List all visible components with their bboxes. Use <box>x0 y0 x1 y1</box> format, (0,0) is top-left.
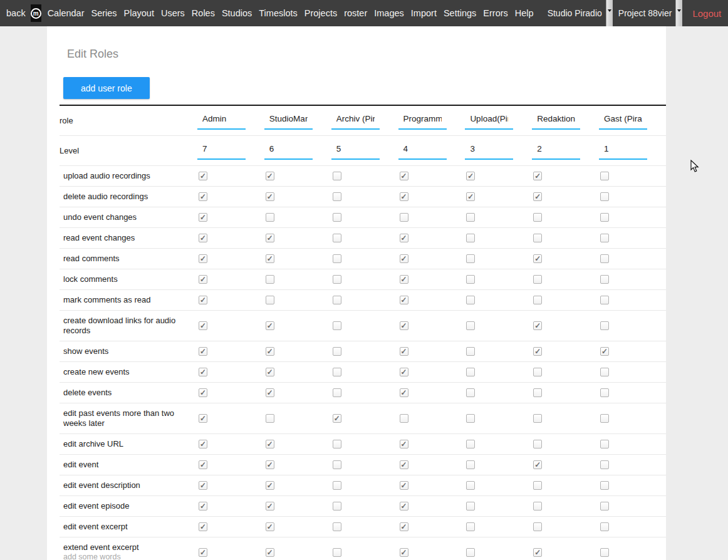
nav-item-images[interactable]: Images <box>374 8 404 18</box>
project-select[interactable]: Project 88vier <box>613 0 683 26</box>
permission-checkbox-show-events-col0[interactable]: ✓ <box>199 347 207 356</box>
permission-checkbox-edit-event-description-col0[interactable]: ✓ <box>199 481 207 490</box>
permission-checkbox-read-event-changes-col6[interactable] <box>600 234 609 242</box>
nav-item-import[interactable]: Import <box>411 8 437 18</box>
permission-checkbox-lock-comments-col6[interactable] <box>600 275 609 284</box>
role-name-input-1[interactable] <box>264 111 313 130</box>
permission-checkbox-extend-event-excerpt-col4[interactable] <box>466 548 475 557</box>
permission-checkbox-show-events-col1[interactable]: ✓ <box>266 347 274 356</box>
permission-checkbox-read-event-changes-col4[interactable] <box>466 234 475 242</box>
permission-checkbox-lock-comments-col0[interactable]: ✓ <box>199 275 207 284</box>
permission-checkbox-edit-event-episode-col2[interactable] <box>333 502 341 511</box>
nav-item-projects[interactable]: Projects <box>304 8 337 18</box>
permission-checkbox-edit-event-col3[interactable]: ✓ <box>400 460 408 469</box>
permission-checkbox-read-comments-col6[interactable] <box>600 254 609 263</box>
permission-checkbox-create-new-events-col6[interactable] <box>600 368 609 376</box>
nav-item-timeslots[interactable]: Timeslots <box>259 8 298 18</box>
permission-checkbox-extend-event-excerpt-col3[interactable]: ✓ <box>400 548 408 557</box>
permission-checkbox-mark-comments-as-read-col1[interactable] <box>266 296 274 304</box>
permission-checkbox-create-new-events-col3[interactable]: ✓ <box>400 368 408 376</box>
permission-checkbox-extend-event-excerpt-col2[interactable] <box>333 548 341 557</box>
permission-checkbox-create-download-links-for-audio-records-col0[interactable]: ✓ <box>199 321 207 330</box>
permission-checkbox-create-download-links-for-audio-records-col4[interactable] <box>466 321 475 330</box>
permission-checkbox-delete-events-col4[interactable] <box>466 388 475 397</box>
role-name-input-2[interactable] <box>331 111 380 130</box>
permission-checkbox-read-event-changes-col0[interactable]: ✓ <box>199 234 207 242</box>
permission-checkbox-delete-audio-recordings-col5[interactable]: ✓ <box>533 192 542 201</box>
permission-checkbox-edit-event-col4[interactable] <box>466 460 475 469</box>
permission-checkbox-read-event-changes-col3[interactable]: ✓ <box>400 234 408 242</box>
role-level-input-2[interactable] <box>331 142 380 160</box>
permission-checkbox-edit-event-col0[interactable]: ✓ <box>199 460 207 469</box>
permission-checkbox-edit-event-col6[interactable] <box>600 460 609 469</box>
permission-checkbox-create-download-links-for-audio-records-col3[interactable]: ✓ <box>400 321 408 330</box>
permission-checkbox-edit-past-events-more-than-two-weeks-later-col6[interactable] <box>600 414 609 423</box>
permission-checkbox-create-new-events-col0[interactable]: ✓ <box>199 368 207 376</box>
role-name-input-6[interactable] <box>599 111 647 130</box>
permission-checkbox-delete-audio-recordings-col3[interactable]: ✓ <box>400 192 408 201</box>
permission-checkbox-edit-event-col5[interactable]: ✓ <box>533 460 542 469</box>
permission-checkbox-undo-event-changes-col6[interactable] <box>600 213 609 222</box>
permission-checkbox-edit-event-episode-col4[interactable] <box>466 502 475 511</box>
permission-checkbox-delete-audio-recordings-col4[interactable]: ✓ <box>466 192 475 201</box>
role-level-input-5[interactable] <box>532 142 580 160</box>
permission-checkbox-delete-events-col6[interactable] <box>600 388 609 397</box>
logout-link[interactable]: Logout <box>692 8 721 19</box>
permission-checkbox-edit-event-excerpt-col3[interactable]: ✓ <box>400 522 408 531</box>
permission-checkbox-undo-event-changes-col2[interactable] <box>333 213 341 222</box>
role-name-input-0[interactable] <box>197 111 246 130</box>
permission-checkbox-delete-events-col5[interactable] <box>533 388 542 397</box>
permission-checkbox-read-comments-col1[interactable]: ✓ <box>266 254 274 263</box>
permission-checkbox-create-new-events-col1[interactable]: ✓ <box>266 368 274 376</box>
permission-checkbox-edit-past-events-more-than-two-weeks-later-col4[interactable] <box>466 414 475 423</box>
permission-checkbox-show-events-col6[interactable]: ✓ <box>600 347 609 356</box>
nav-item-studios[interactable]: Studios <box>222 8 252 18</box>
permission-checkbox-edit-event-episode-col5[interactable] <box>533 502 542 511</box>
permission-checkbox-read-event-changes-col2[interactable] <box>333 234 341 242</box>
permission-checkbox-show-events-col3[interactable]: ✓ <box>400 347 408 356</box>
permission-checkbox-extend-event-excerpt-col5[interactable]: ✓ <box>533 548 542 557</box>
permission-checkbox-edit-event-description-col4[interactable] <box>466 481 475 490</box>
permission-checkbox-read-comments-col4[interactable] <box>466 254 475 263</box>
permission-checkbox-edit-archive-url-col1[interactable]: ✓ <box>266 440 274 449</box>
permission-checkbox-edit-event-episode-col0[interactable]: ✓ <box>199 502 207 511</box>
permission-checkbox-edit-event-episode-col3[interactable]: ✓ <box>400 502 408 511</box>
permission-checkbox-create-new-events-col5[interactable] <box>533 368 542 376</box>
permission-checkbox-read-comments-col3[interactable]: ✓ <box>400 254 408 263</box>
permission-checkbox-delete-audio-recordings-col6[interactable] <box>600 192 609 201</box>
permission-checkbox-mark-comments-as-read-col4[interactable] <box>466 296 475 304</box>
nav-item-roster[interactable]: roster <box>344 8 367 18</box>
permission-checkbox-delete-audio-recordings-col0[interactable]: ✓ <box>199 192 207 201</box>
permission-checkbox-edit-event-excerpt-col6[interactable] <box>600 522 609 531</box>
nav-item-calendar[interactable]: Calendar <box>48 8 85 18</box>
permission-checkbox-edit-event-excerpt-col2[interactable] <box>333 522 341 531</box>
permission-checkbox-undo-event-changes-col0[interactable]: ✓ <box>199 213 207 222</box>
project-select-arrow[interactable] <box>675 0 682 26</box>
role-name-input-4[interactable] <box>465 111 513 130</box>
permission-checkbox-lock-comments-col3[interactable]: ✓ <box>400 275 408 284</box>
permission-checkbox-edit-archive-url-col2[interactable] <box>333 440 341 449</box>
permission-checkbox-lock-comments-col2[interactable] <box>333 275 341 284</box>
permission-checkbox-undo-event-changes-col3[interactable] <box>400 213 408 222</box>
permission-checkbox-edit-event-description-col3[interactable]: ✓ <box>400 481 408 490</box>
permission-checkbox-upload-audio-recordings-col1[interactable]: ✓ <box>266 172 274 180</box>
permission-checkbox-create-new-events-col4[interactable] <box>466 368 475 376</box>
permission-checkbox-edit-archive-url-col4[interactable] <box>466 440 475 449</box>
permission-checkbox-read-event-changes-col1[interactable]: ✓ <box>266 234 274 242</box>
permission-checkbox-lock-comments-col1[interactable] <box>266 275 274 284</box>
permission-checkbox-upload-audio-recordings-col4[interactable]: ✓ <box>466 172 475 180</box>
role-level-input-4[interactable] <box>465 142 513 160</box>
permission-checkbox-extend-event-excerpt-col1[interactable]: ✓ <box>266 548 274 557</box>
permission-checkbox-undo-event-changes-col1[interactable] <box>266 213 274 222</box>
permission-checkbox-upload-audio-recordings-col0[interactable]: ✓ <box>199 172 207 180</box>
permission-checkbox-upload-audio-recordings-col2[interactable] <box>333 172 341 180</box>
permission-checkbox-edit-event-excerpt-col1[interactable]: ✓ <box>266 522 274 531</box>
permission-checkbox-edit-past-events-more-than-two-weeks-later-col3[interactable] <box>400 414 408 423</box>
role-level-input-6[interactable] <box>599 142 647 160</box>
nav-item-playout[interactable]: Playout <box>124 8 154 18</box>
permission-checkbox-edit-archive-url-col5[interactable] <box>533 440 542 449</box>
permission-checkbox-edit-past-events-more-than-two-weeks-later-col5[interactable] <box>533 414 542 423</box>
permission-checkbox-edit-event-col1[interactable]: ✓ <box>266 460 274 469</box>
permission-checkbox-edit-event-col2[interactable] <box>333 460 341 469</box>
permission-checkbox-edit-event-description-col5[interactable] <box>533 481 542 490</box>
